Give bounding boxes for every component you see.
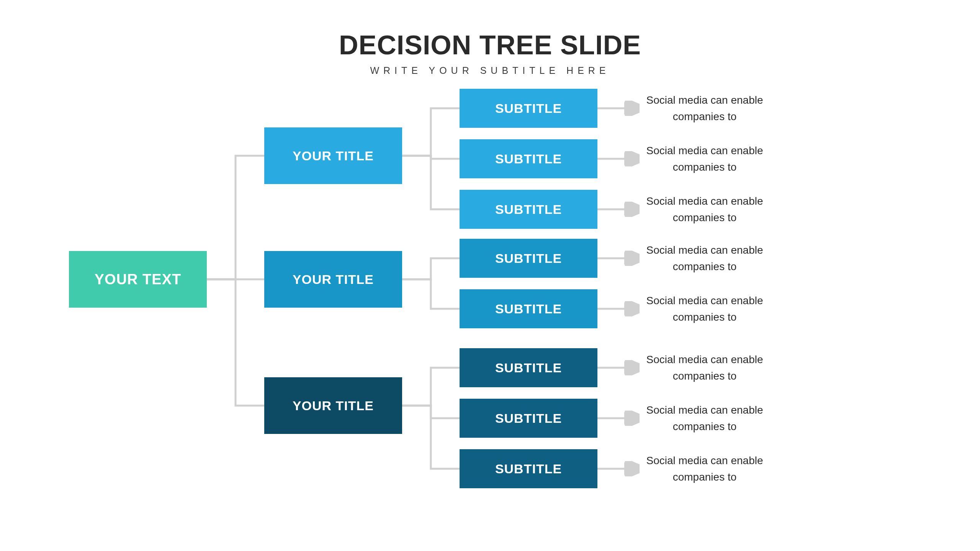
leaf-description-2: Social media can enable companies to — [643, 193, 766, 226]
slide-title: DECISION TREE SLIDE — [339, 30, 641, 60]
leaf-description-6: Social media can enable companies to — [643, 402, 766, 435]
branch-box-2: YOUR TITLE — [264, 377, 402, 434]
leaf-box-3: SUBTITLE — [460, 239, 597, 278]
leaf-box-7: SUBTITLE — [460, 449, 597, 488]
leaf-box-2: SUBTITLE — [460, 190, 597, 229]
slide-subtitle: WRITE YOUR SUBTITLE HERE — [339, 65, 641, 76]
root-box: YOUR TEXT — [69, 251, 207, 308]
leaf-description-3: Social media can enable companies to — [643, 242, 766, 275]
leaf-box-4: SUBTITLE — [460, 289, 597, 328]
leaf-description-5: Social media can enable companies to — [643, 351, 766, 385]
branch-box-1: YOUR TITLE — [264, 251, 402, 308]
leaf-box-0: SUBTITLE — [460, 89, 597, 128]
leaf-description-0: Social media can enable companies to — [643, 92, 766, 125]
leaf-description-1: Social media can enable companies to — [643, 142, 766, 176]
leaf-box-5: SUBTITLE — [460, 348, 597, 387]
leaf-description-7: Social media can enable companies to — [643, 452, 766, 486]
leaf-box-1: SUBTITLE — [460, 139, 597, 178]
leaf-box-6: SUBTITLE — [460, 399, 597, 438]
leaf-description-4: Social media can enable companies to — [643, 292, 766, 326]
branch-box-0: YOUR TITLE — [264, 127, 402, 184]
